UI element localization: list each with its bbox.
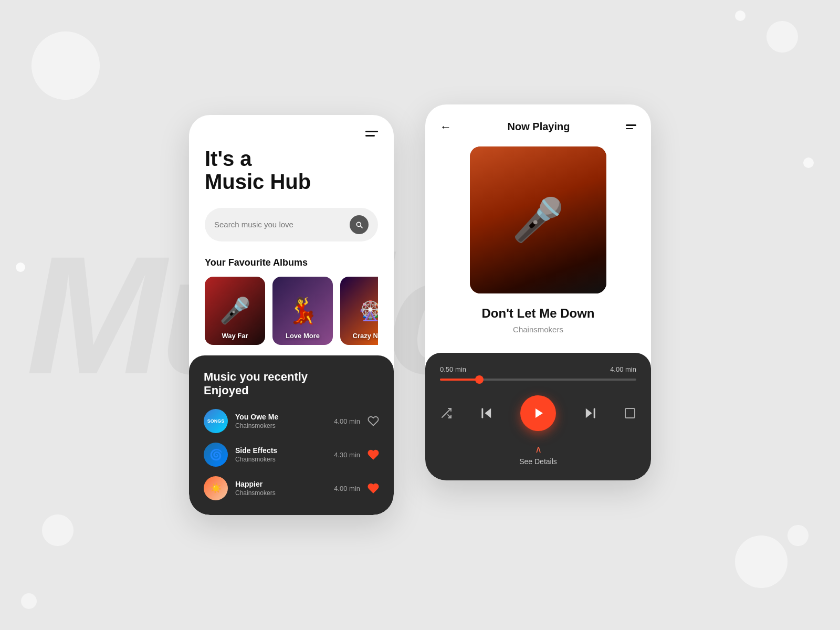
- recent-thumb-1: 🌀: [204, 443, 228, 467]
- progress-times: 0.50 min 4.00 min: [440, 365, 636, 373]
- recent-duration-2: 4.00 min: [334, 485, 360, 492]
- next-button[interactable]: [583, 406, 597, 421]
- bg-circle-br2: [788, 525, 808, 546]
- recent-artist-2: Chainsmokers: [235, 489, 327, 497]
- back-button[interactable]: ←: [440, 120, 452, 134]
- bg-circle-bl2: [21, 593, 37, 609]
- song-artist: Chainsmokers: [440, 325, 636, 334]
- bg-circle-br: [735, 536, 788, 588]
- recent-list: SONGS You Owe Me Chainsmokers 4.00 min 🌀…: [204, 409, 379, 500]
- album-title-1: Love More: [272, 332, 333, 340]
- search-bar[interactable]: [205, 208, 378, 242]
- heart-icon-0[interactable]: [368, 415, 379, 427]
- recent-info-1: Side Effects Chainsmokers: [235, 446, 327, 463]
- now-playing-title: Now Playing: [508, 121, 570, 133]
- phone-2: ← Now Playing Don't Let Me Down Chainsmo…: [425, 104, 651, 480]
- album-card-1[interactable]: 💃 Love More: [272, 277, 333, 345]
- search-button[interactable]: [350, 215, 369, 234]
- recent-item-0: SONGS You Owe Me Chainsmokers 4.00 min: [204, 409, 379, 433]
- options-button[interactable]: [626, 124, 636, 129]
- bg-circle-tl: [32, 32, 100, 100]
- albums-section-title: Your Favourite Albums: [205, 257, 378, 268]
- recent-info-0: You Owe Me Chainsmokers: [235, 413, 327, 429]
- recent-title-1: Side Effects: [235, 446, 327, 455]
- total-time: 4.00 min: [610, 365, 636, 373]
- album-title-2: Crazy Nigh: [340, 332, 378, 340]
- see-details[interactable]: ∧ See Details: [440, 444, 636, 466]
- recent-section-title: Music you recently Enjoyed: [204, 370, 379, 398]
- bg-circle-mid2: [16, 262, 25, 272]
- svg-marker-2: [485, 408, 491, 418]
- progress-bar[interactable]: [440, 379, 636, 381]
- now-playing-header: ← Now Playing: [440, 120, 636, 134]
- hero-line1: It's a: [205, 147, 252, 170]
- heart-icon-1[interactable]: [368, 449, 379, 460]
- prev-button[interactable]: [479, 406, 494, 421]
- hero-line2: Music Hub: [205, 170, 311, 193]
- album-card-0[interactable]: 🎤 Way Far: [205, 277, 265, 345]
- recent-artist-0: Chainsmokers: [235, 422, 327, 429]
- progress-fill: [440, 379, 479, 381]
- bg-circle-mid: [803, 158, 814, 168]
- recent-duration-1: 4.30 min: [334, 451, 360, 459]
- svg-marker-5: [585, 408, 592, 418]
- album-title-0: Way Far: [205, 332, 265, 340]
- player-controls: [440, 395, 636, 431]
- recent-info-2: Happier Chainsmokers: [235, 480, 327, 497]
- recent-artist-1: Chainsmokers: [235, 456, 327, 463]
- hero-title: It's a Music Hub: [205, 147, 378, 193]
- recent-item-2: ☀️ Happier Chainsmokers 4.00 min: [204, 476, 379, 500]
- heart-icon-2[interactable]: [368, 482, 379, 494]
- search-icon: [355, 220, 363, 229]
- phones-container: It's a Music Hub Your Favourite Albums: [189, 115, 651, 516]
- recent-thumb-2: ☀️: [204, 476, 228, 500]
- dark-panel: Music you recently Enjoyed SONGS You Owe…: [189, 355, 394, 516]
- albums-grid: 🎤 Way Far 💃 Love More 🎡 Crazy Ni: [205, 277, 378, 345]
- album-art: [470, 146, 606, 293]
- progress-thumb: [475, 375, 484, 384]
- svg-rect-7: [625, 408, 635, 418]
- recent-duration-0: 4.00 min: [334, 417, 360, 425]
- recent-title-0: You Owe Me: [235, 413, 327, 421]
- hamburger-menu: [205, 131, 378, 136]
- phone-1: It's a Music Hub Your Favourite Albums: [189, 115, 394, 516]
- album-card-2[interactable]: 🎡 Crazy Nigh: [340, 277, 378, 345]
- recent-title-2: Happier: [235, 480, 327, 488]
- shuffle-button[interactable]: [440, 407, 453, 419]
- recent-thumb-0: SONGS: [204, 409, 228, 433]
- singer-art: [470, 146, 606, 293]
- player-panel: 0.50 min 4.00 min: [425, 353, 651, 480]
- recent-item-1: 🌀 Side Effects Chainsmokers 4.30 min: [204, 443, 379, 467]
- bg-circle-tr: [735, 10, 746, 21]
- play-button[interactable]: [520, 395, 556, 431]
- search-input[interactable]: [214, 220, 344, 229]
- current-time: 0.50 min: [440, 365, 466, 373]
- bg-circle-tr2: [766, 21, 798, 52]
- hamburger-icon[interactable]: [365, 131, 378, 136]
- bg-circle-bl: [42, 514, 74, 546]
- repeat-button[interactable]: [624, 407, 636, 419]
- play-icon: [533, 407, 545, 419]
- svg-marker-4: [536, 408, 543, 418]
- song-title: Don't Let Me Down: [440, 306, 636, 321]
- see-details-text: See Details: [519, 457, 557, 466]
- chevron-up-icon: ∧: [535, 444, 542, 455]
